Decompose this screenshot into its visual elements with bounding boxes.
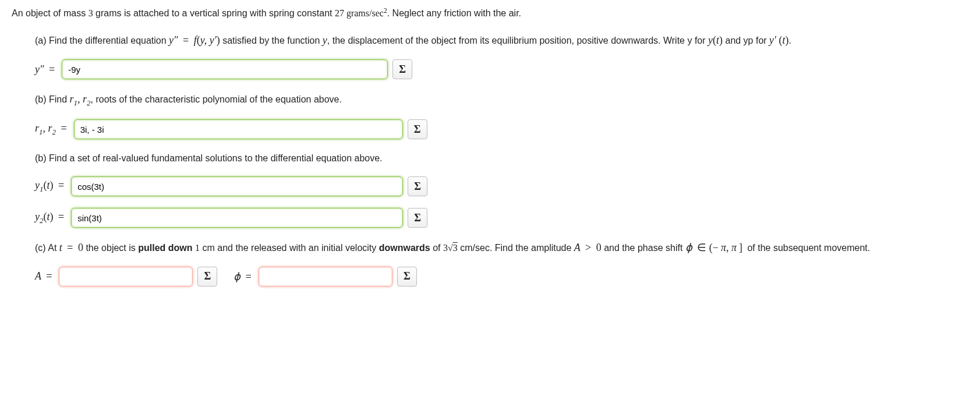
part-b1-input[interactable]	[74, 119, 403, 139]
phi-label: ϕ =	[233, 270, 254, 283]
part-b2-y2-row: y2(t) = Σ	[35, 208, 967, 228]
part-a-tail: .	[789, 36, 791, 45]
ypt: y′ (t)	[769, 34, 788, 46]
intro-tail: . Neglect any friction with the air.	[387, 8, 521, 18]
part-b1-text: (b) Find r1, r2, roots of the characteri…	[35, 91, 967, 109]
part-b2-text: (b) Find a set of real-valued fundamenta…	[35, 151, 967, 166]
part-a-answer-row: y″ = Σ	[35, 59, 967, 79]
y1-label: y1(t) =	[35, 179, 66, 194]
pulled-down: pulled down	[138, 243, 192, 253]
sigma-button-A[interactable]: Σ	[197, 267, 217, 287]
yt: y(t)	[708, 34, 723, 46]
part-a-prefix: (a) Find the differential equation	[35, 36, 169, 45]
r1r2-label: r1, r2	[70, 93, 91, 105]
part-c-seg5: and the phase shift	[602, 243, 685, 253]
part-a-mid2: , the displacement of the object from it…	[327, 36, 708, 45]
spring-constant: 27	[335, 8, 344, 18]
phi-input[interactable]	[259, 267, 392, 287]
part-b1-label: r1, r2 =	[35, 122, 69, 137]
var-y: y	[323, 34, 327, 46]
one-cm: 1	[195, 243, 200, 253]
part-b2-y1-row: y1(t) = Σ	[35, 176, 967, 196]
part-c-seg6: of the subsequent movement.	[745, 243, 870, 253]
part-a-mid3: and yp for	[723, 36, 769, 45]
part-c-seg1: the object is	[83, 243, 138, 253]
sigma-button-y2[interactable]: Σ	[408, 208, 427, 228]
eqn-ypp: y″ = f(y, y′)	[169, 34, 220, 46]
part-c-prefix: (c) At	[35, 243, 59, 253]
units-k: grams/sec	[344, 8, 384, 18]
y2-label: y2(t) =	[35, 211, 66, 225]
part-a-mid1: satisfied by the function	[220, 36, 323, 45]
part-c-seg4: cm/sec. Find the amplitude	[458, 243, 574, 253]
subparts-container: (a) Find the differential equation y″ = …	[35, 32, 967, 287]
y2-input[interactable]	[71, 208, 403, 228]
part-a-input[interactable]	[62, 59, 388, 79]
part-a-label: y″ =	[35, 63, 57, 76]
t0: t = 0	[59, 242, 83, 253]
problem-container: An object of mass 3 grams is attached to…	[12, 6, 967, 287]
sigma-button-a[interactable]: Σ	[392, 59, 412, 79]
y1-input[interactable]	[71, 176, 403, 196]
intro-mid1: grams is attached to a vertical spring w…	[93, 8, 335, 18]
part-c-answer-row: A = Σ ϕ = Σ	[35, 267, 967, 287]
mass-value: 3	[89, 8, 93, 18]
sigma-button-phi[interactable]: Σ	[397, 267, 417, 287]
A-label: A =	[35, 270, 54, 282]
sigma-button-b1[interactable]: Σ	[408, 119, 427, 139]
amp-A: A > 0	[574, 242, 602, 253]
part-b1-prefix: (b) Find	[35, 94, 70, 104]
phi-range: ϕ ∈ (−π, π]	[685, 242, 745, 253]
part-c-text: (c) At t = 0 the object is pulled down 1…	[35, 239, 967, 256]
intro-text: An object of mass 3 grams is attached to…	[12, 6, 967, 20]
intro-prefix: An object of mass	[12, 8, 89, 18]
downwards: downwards	[379, 243, 430, 253]
part-c-seg2: cm and the released with an initial velo…	[200, 243, 379, 253]
part-a-text: (a) Find the differential equation y″ = …	[35, 32, 967, 49]
part-b1-tail: , roots of the characteristic polynomial…	[91, 94, 342, 104]
sigma-button-y1[interactable]: Σ	[408, 176, 427, 196]
part-b1-answer-row: r1, r2 = Σ	[35, 119, 967, 139]
part-c-seg3: of	[430, 243, 443, 253]
A-input[interactable]	[59, 267, 193, 287]
velocity-value: 3√3	[443, 243, 458, 253]
